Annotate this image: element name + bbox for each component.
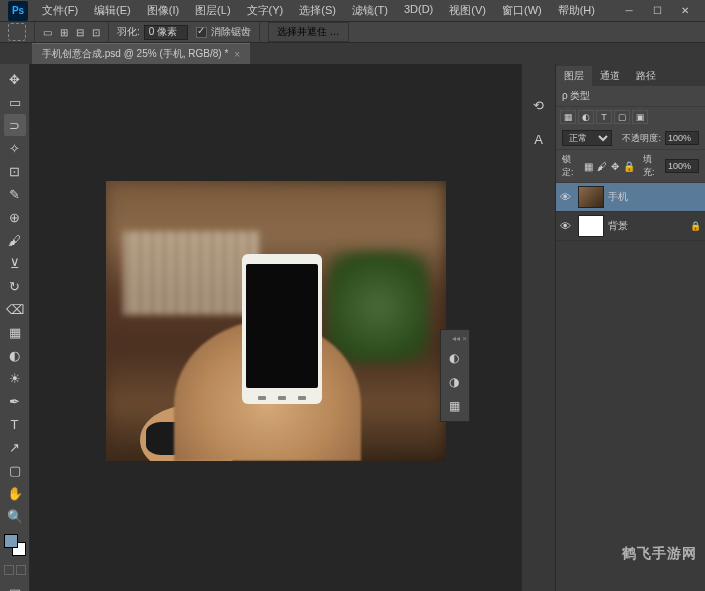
- panel-collapse-icon[interactable]: ◂◂: [452, 334, 460, 343]
- phone-in-image: [242, 254, 322, 404]
- marquee-add-icon[interactable]: ⊞: [60, 27, 68, 38]
- filter-type-icon[interactable]: T: [596, 110, 612, 124]
- layer-thumb[interactable]: [578, 186, 604, 208]
- blend-mode-select[interactable]: 正常: [562, 130, 612, 146]
- menu-edit[interactable]: 编辑(E): [88, 0, 137, 21]
- close-button[interactable]: ✕: [673, 3, 697, 19]
- tab-paths[interactable]: 路径: [628, 66, 664, 86]
- screen-mode-button[interactable]: ▣: [4, 582, 26, 591]
- wand-tool[interactable]: ✧: [4, 137, 26, 159]
- visibility-icon[interactable]: 👁: [560, 191, 574, 203]
- layer-filter-row: ▦ ◐ T ▢ ▣: [556, 107, 705, 127]
- stamp-tool[interactable]: ⊻: [4, 252, 26, 274]
- marquee-new-icon[interactable]: ▭: [43, 27, 52, 38]
- dodge-tool[interactable]: ☀: [4, 367, 26, 389]
- feather-input[interactable]: [144, 25, 188, 40]
- foreground-swatch[interactable]: [4, 534, 18, 548]
- marquee-tool[interactable]: ▭: [4, 91, 26, 113]
- opacity-label: 不透明度:: [622, 132, 661, 145]
- window-controls: ─ ☐ ✕: [617, 3, 697, 19]
- tools-panel: ✥ ▭ ⊃ ✧ ⊡ ✎ ⊕ 🖌 ⊻ ↻ ⌫ ▦ ◐ ☀ ✒ T ↗ ▢ ✋ 🔍: [0, 64, 30, 591]
- canvas[interactable]: [106, 181, 446, 461]
- document-title: 手机创意合成.psd @ 25% (手机, RGB/8) *: [42, 47, 228, 61]
- tool-preset-icon[interactable]: [8, 23, 26, 41]
- menu-image[interactable]: 图像(I): [141, 0, 185, 21]
- tab-layers[interactable]: 图层: [556, 66, 592, 86]
- layer-thumb[interactable]: [578, 215, 604, 237]
- quick-mask-toggle[interactable]: [4, 565, 26, 575]
- visibility-icon[interactable]: 👁: [560, 220, 574, 232]
- document-tabbar: 手机创意合成.psd @ 25% (手机, RGB/8) * ×: [0, 43, 705, 64]
- titlebar: Ps 文件(F) 编辑(E) 图像(I) 图层(L) 文字(Y) 选择(S) 滤…: [0, 0, 705, 22]
- right-dock: ⟲ A: [521, 64, 555, 591]
- filter-shape-icon[interactable]: ▢: [614, 110, 630, 124]
- type-tool[interactable]: T: [4, 413, 26, 435]
- filter-smart-icon[interactable]: ▣: [632, 110, 648, 124]
- zoom-tool[interactable]: 🔍: [4, 505, 26, 527]
- kind-filter-label: ρ 类型: [562, 89, 590, 103]
- brush-tool[interactable]: 🖌: [4, 229, 26, 251]
- color-swatches[interactable]: [4, 534, 26, 556]
- maximize-button[interactable]: ☐: [645, 3, 669, 19]
- heal-tool[interactable]: ⊕: [4, 206, 26, 228]
- filter-pixel-icon[interactable]: ▦: [560, 110, 576, 124]
- crop-tool[interactable]: ⊡: [4, 160, 26, 182]
- hand-tool[interactable]: ✋: [4, 482, 26, 504]
- lasso-tool[interactable]: ⊃: [4, 114, 26, 136]
- panel-color-icon[interactable]: ◐: [443, 347, 465, 369]
- eyedropper-tool[interactable]: ✎: [4, 183, 26, 205]
- filter-adjust-icon[interactable]: ◐: [578, 110, 594, 124]
- opacity-input[interactable]: [665, 131, 699, 145]
- layer-row[interactable]: 👁 背景 🔒: [556, 212, 705, 241]
- feather-label: 羽化:: [117, 25, 140, 39]
- fill-label: 填充:: [643, 153, 661, 179]
- panel-swatch-icon[interactable]: ▦: [443, 395, 465, 417]
- layers-list: 👁 手机 👁 背景 🔒: [556, 183, 705, 591]
- options-bar: ▭ ⊞ ⊟ ⊡ 羽化: 消除锯齿 选择并遮住 …: [0, 22, 705, 43]
- menu-type[interactable]: 文字(Y): [241, 0, 290, 21]
- main-menu: 文件(F) 编辑(E) 图像(I) 图层(L) 文字(Y) 选择(S) 滤镜(T…: [36, 0, 617, 21]
- history-panel-icon[interactable]: ⟲: [528, 94, 550, 116]
- gradient-tool[interactable]: ▦: [4, 321, 26, 343]
- menu-window[interactable]: 窗口(W): [496, 0, 548, 21]
- lock-all-icon[interactable]: 🔒: [623, 161, 635, 172]
- menu-select[interactable]: 选择(S): [293, 0, 342, 21]
- layer-row[interactable]: 👁 手机: [556, 183, 705, 212]
- tab-channels[interactable]: 通道: [592, 66, 628, 86]
- marquee-int-icon[interactable]: ⊡: [92, 27, 100, 38]
- lock-trans-icon[interactable]: ▦: [584, 161, 593, 172]
- fill-input[interactable]: [665, 159, 699, 173]
- lock-pixel-icon[interactable]: 🖌: [597, 161, 607, 172]
- menu-file[interactable]: 文件(F): [36, 0, 84, 21]
- menu-filter[interactable]: 滤镜(T): [346, 0, 394, 21]
- menu-layer[interactable]: 图层(L): [189, 0, 236, 21]
- tab-close-icon[interactable]: ×: [234, 49, 240, 60]
- canvas-image: [106, 181, 446, 461]
- panel-close-icon[interactable]: ×: [462, 334, 467, 343]
- menu-help[interactable]: 帮助(H): [552, 0, 601, 21]
- canvas-area[interactable]: [30, 64, 521, 591]
- eraser-tool[interactable]: ⌫: [4, 298, 26, 320]
- minimize-button[interactable]: ─: [617, 3, 641, 19]
- character-panel-icon[interactable]: A: [528, 128, 550, 150]
- lock-pos-icon[interactable]: ✥: [611, 161, 619, 172]
- antialias-label: 消除锯齿: [211, 25, 251, 39]
- pen-tool[interactable]: ✒: [4, 390, 26, 412]
- move-tool[interactable]: ✥: [4, 68, 26, 90]
- layer-name[interactable]: 手机: [608, 190, 701, 204]
- refine-edge-button[interactable]: 选择并遮住 …: [268, 22, 349, 42]
- shape-tool[interactable]: ▢: [4, 459, 26, 481]
- document-tab[interactable]: 手机创意合成.psd @ 25% (手机, RGB/8) * ×: [32, 43, 250, 64]
- layers-panel: 图层 通道 路径 ρ 类型 ▦ ◐ T ▢ ▣ 正常 不透明度:: [555, 64, 705, 591]
- marquee-sub-icon[interactable]: ⊟: [76, 27, 84, 38]
- lock-label: 锁定:: [562, 153, 580, 179]
- panel-adjust-icon[interactable]: ◑: [443, 371, 465, 393]
- menu-3d[interactable]: 3D(D): [398, 0, 439, 21]
- history-brush-tool[interactable]: ↻: [4, 275, 26, 297]
- path-tool[interactable]: ↗: [4, 436, 26, 458]
- antialias-checkbox[interactable]: [196, 27, 207, 38]
- menu-view[interactable]: 视图(V): [443, 0, 492, 21]
- floating-panel[interactable]: ◂◂× ◐ ◑ ▦: [440, 329, 470, 422]
- blur-tool[interactable]: ◐: [4, 344, 26, 366]
- layer-name[interactable]: 背景: [608, 219, 686, 233]
